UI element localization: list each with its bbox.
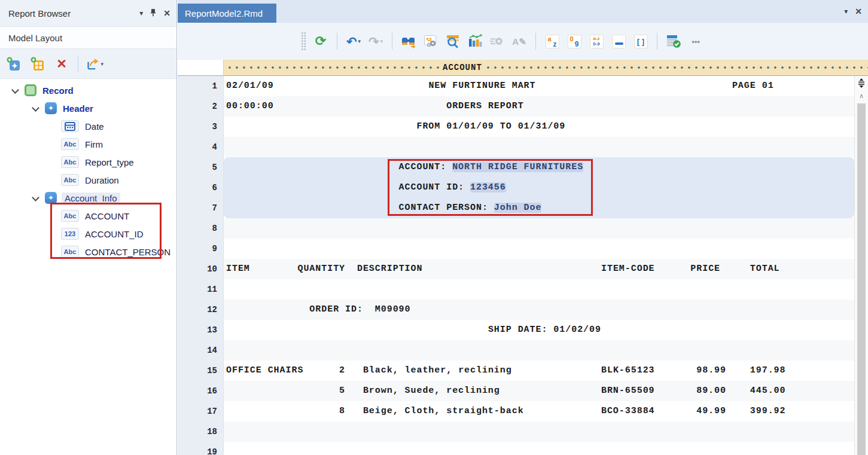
report-line-17: 17 8 Beige, Cloth, straight-back BCO-338…: [178, 401, 854, 422]
analyze-chart-icon[interactable]: [467, 33, 483, 49]
doc-close-icon[interactable]: ✕: [855, 7, 862, 16]
calendar-icon: [61, 120, 79, 132]
line-text[interactable]: [224, 340, 854, 361]
report-text-view: 102/01/09 NEW FURTINURE MART PAGE 01200:…: [178, 76, 854, 455]
toolbar-separator: [535, 33, 536, 50]
match-brackets-icon[interactable]: [ ]: [633, 33, 648, 49]
line-text[interactable]: [224, 137, 854, 157]
text-field-icon: Abc: [61, 174, 79, 186]
more-options-icon[interactable]: •••: [688, 33, 703, 49]
tree-item-contact_person[interactable]: AbcCONTACT_PERSON: [0, 243, 176, 261]
report-line-12: 12 ORDER ID: M09090: [178, 300, 854, 320]
line-text[interactable]: ORDER ID: M09090: [224, 300, 854, 320]
model-layout-title: Model Layout: [8, 33, 62, 43]
line-text[interactable]: ACCOUNT ID: 123456: [224, 178, 854, 198]
pin-icon[interactable]: [150, 8, 157, 18]
report-miner-window: Report Browser ▾ ✕ Model Layout ✕▾ Recor…: [0, 0, 868, 455]
captured-field-value[interactable]: John Doe: [494, 203, 542, 213]
tree-item-header[interactable]: ✦Header: [0, 99, 176, 117]
captured-field-value[interactable]: NORTH RIDGE FURNITURES: [452, 162, 583, 172]
line-text[interactable]: [224, 279, 854, 300]
line-text[interactable]: [224, 218, 854, 239]
report-line-15: 15OFFICE CHAIRS 2 Black, leather, reclin…: [178, 361, 854, 381]
line-text[interactable]: 02/01/09 NEW FURTINURE MART PAGE 01: [224, 76, 854, 96]
panel-menu-icon[interactable]: ▾: [139, 10, 143, 17]
preview-icon[interactable]: [445, 33, 461, 49]
tree-item-account_id[interactable]: 123ACCOUNT_ID: [0, 225, 176, 243]
match-underscore-icon[interactable]: [611, 33, 626, 49]
scroll-up-icon[interactable]: ∧: [855, 90, 868, 101]
refresh-icon[interactable]: ⟳: [313, 33, 328, 49]
chevron-down-icon[interactable]: [31, 194, 39, 202]
panel-close-icon[interactable]: ✕: [163, 9, 170, 17]
line-number: 17: [178, 401, 224, 422]
captured-field-value[interactable]: 123456: [470, 182, 506, 193]
region-band[interactable]: ACCOUNT: [224, 60, 868, 76]
tree-item-date[interactable]: Date: [0, 117, 176, 135]
undo-icon[interactable]: ↶▾: [346, 33, 361, 49]
numeric-field-icon: 123: [61, 228, 79, 240]
report-line-14: 14: [178, 340, 854, 361]
toolbar-separator: [337, 33, 337, 50]
line-text[interactable]: 00:00:00 ORDERS REPORT: [224, 96, 854, 117]
verify-table-icon[interactable]: [666, 33, 681, 49]
match-alnum-icon[interactable]: a-z0-9: [589, 33, 604, 49]
tree-item-firm[interactable]: AbcFirm: [0, 135, 176, 153]
doc-menu-icon[interactable]: ▾: [844, 7, 848, 16]
find-icon[interactable]: [401, 33, 416, 49]
line-text[interactable]: SHIP DATE: 01/02/09: [224, 320, 854, 340]
line-number: 18: [178, 422, 224, 442]
line-number: 8: [178, 218, 224, 239]
line-text[interactable]: ITEM QUANTITY DESCRIPTION ITEM-CODE PRIC…: [224, 259, 854, 279]
tree-item-record[interactable]: Record: [0, 81, 176, 99]
line-number: 19: [178, 442, 224, 455]
line-number: 14: [178, 340, 224, 361]
add-region-icon[interactable]: [5, 55, 23, 73]
ruler-gutter: [178, 60, 224, 76]
line-text[interactable]: ACCOUNT: NORTH RIDGE FURNITURES: [224, 157, 854, 178]
text-field-icon: Abc: [61, 138, 79, 150]
line-text[interactable]: OFFICE CHAIRS 2 Black, leather, reclinin…: [224, 361, 854, 381]
tree-item-label: Record: [42, 85, 74, 96]
model-layout-header: Model Layout: [0, 26, 176, 49]
line-text[interactable]: 5 Brown, Suede, reclining BRN-65509 89.0…: [224, 381, 854, 401]
export-icon[interactable]: ▾: [86, 55, 103, 73]
edit-font-icon: A✎: [511, 33, 527, 49]
line-number: 5: [178, 157, 224, 178]
tab-reportmodel2[interactable]: ReportModel2.Rmd: [178, 4, 276, 23]
line-number: 11: [178, 279, 224, 300]
tree-item-account_info[interactable]: ✦Account_Info: [0, 189, 176, 207]
vertical-scrollbar[interactable]: ∧: [854, 76, 868, 455]
toolbar-drag-grip-icon[interactable]: [301, 32, 306, 51]
tree-item-label: CONTACT_PERSON: [85, 247, 170, 257]
tree-item-account[interactable]: AbcACCOUNT: [0, 207, 176, 225]
line-number: 13: [178, 320, 224, 340]
line-text[interactable]: FROM 01/01/09 TO 01/31/09: [224, 117, 854, 137]
report-line-18: 18: [178, 422, 854, 442]
line-text[interactable]: [224, 422, 854, 442]
pattern-options-icon[interactable]: [423, 33, 438, 49]
tree-item-label: Duration: [85, 175, 119, 185]
tree-item-label: Firm: [85, 139, 103, 149]
tree-item-report_type[interactable]: AbcReport_type: [0, 153, 176, 171]
text-field-icon: Abc: [61, 156, 79, 168]
region-icon: ✦: [45, 102, 57, 114]
split-handle-icon[interactable]: [855, 76, 868, 90]
delete-icon[interactable]: ✕: [53, 55, 71, 73]
line-text[interactable]: [224, 442, 854, 455]
match-letters-icon[interactable]: az: [544, 33, 560, 49]
chevron-down-icon[interactable]: [31, 104, 39, 112]
match-digits-icon[interactable]: 09: [567, 33, 582, 49]
line-text[interactable]: CONTACT PERSON: John Doe: [224, 198, 854, 218]
scrollbar-thumb[interactable]: [857, 103, 866, 455]
chevron-down-icon[interactable]: [11, 86, 19, 94]
report-line-10: 10ITEM QUANTITY DESCRIPTION ITEM-CODE PR…: [178, 259, 854, 279]
line-text[interactable]: [224, 239, 854, 259]
add-fields-icon[interactable]: [29, 55, 47, 73]
tree-item-duration[interactable]: AbcDuration: [0, 171, 176, 189]
panel-header: Report Browser ▾ ✕: [0, 0, 176, 26]
redo-icon: ↷▾: [368, 33, 383, 49]
line-text[interactable]: 8 Beige, Cloth, straight-back BCO-33884 …: [224, 401, 854, 422]
toolbar-separator: [392, 33, 392, 50]
report-line-19: 19: [178, 442, 854, 455]
